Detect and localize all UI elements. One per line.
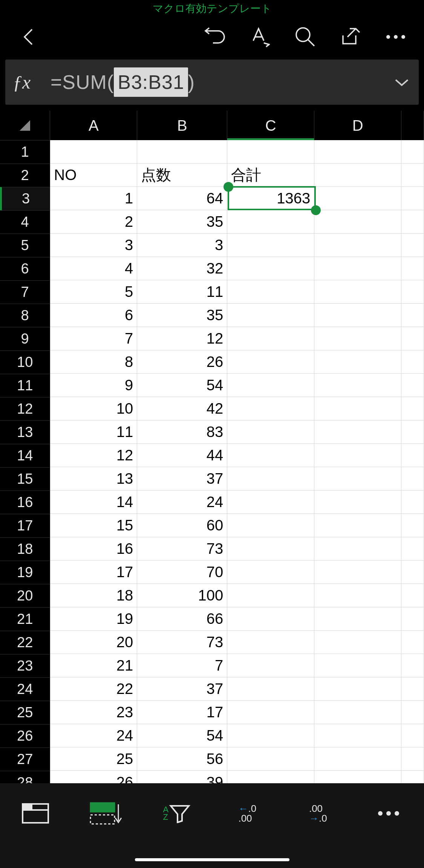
cell-C3[interactable]: 1363 [227,187,314,210]
cell-C7[interactable] [227,280,314,304]
cell-D11[interactable] [314,374,401,397]
column-header-b[interactable]: B [137,111,227,140]
cell-C13[interactable] [227,420,314,444]
cell-C24[interactable] [227,677,314,701]
cell-E12[interactable] [401,397,424,420]
cell-B9[interactable]: 12 [137,327,227,350]
cell-A19[interactable]: 17 [50,561,137,584]
cell-E14[interactable] [401,444,424,467]
cell-D9[interactable] [314,327,401,350]
cell-B20[interactable]: 100 [137,584,227,607]
cell-B18[interactable]: 73 [137,537,227,561]
cell-E27[interactable] [401,747,424,771]
cell-B2[interactable]: 点数 [137,164,227,187]
cell-A11[interactable]: 9 [50,374,137,397]
formula-bar[interactable]: ƒx =SUM( B3:B31 ) [5,60,419,105]
cell-E1[interactable] [401,140,424,164]
cell-C1[interactable] [227,140,314,164]
cell-A13[interactable]: 11 [50,420,137,444]
column-header-d[interactable]: D [314,111,401,140]
cell-D3[interactable] [314,187,401,210]
column-header-e[interactable] [401,111,424,140]
cell-A9[interactable]: 7 [50,327,137,350]
row-header[interactable]: 10 [0,350,50,374]
sort-filter-button[interactable]: AZ [141,795,212,832]
cell-D8[interactable] [314,304,401,327]
row-header[interactable]: 23 [0,654,50,677]
cell-A21[interactable]: 19 [50,607,137,631]
formula-content[interactable]: =SUM( B3:B31 ) [51,67,392,97]
cell-A10[interactable]: 8 [50,350,137,374]
cell-B1[interactable] [137,140,227,164]
row-header[interactable]: 13 [0,420,50,444]
row-header[interactable]: 2 [0,164,50,187]
cell-D19[interactable] [314,561,401,584]
cell-B17[interactable]: 60 [137,514,227,537]
cell-B16[interactable]: 24 [137,491,227,514]
cell-E6[interactable] [401,257,424,280]
row-header[interactable]: 19 [0,561,50,584]
selection-handle-tl[interactable] [223,182,233,192]
cell-E3[interactable] [401,187,424,210]
cell-D5[interactable] [314,234,401,257]
row-header[interactable]: 21 [0,607,50,631]
cell-A23[interactable]: 21 [50,654,137,677]
cell-B27[interactable]: 56 [137,747,227,771]
search-button[interactable] [288,20,322,54]
cell-B5[interactable]: 3 [137,234,227,257]
back-button[interactable] [11,20,45,54]
card-view-button[interactable] [0,795,71,832]
cell-E16[interactable] [401,491,424,514]
cell-E23[interactable] [401,654,424,677]
row-header[interactable]: 27 [0,747,50,771]
cell-E25[interactable] [401,701,424,724]
cell-E8[interactable] [401,304,424,327]
cell-B21[interactable]: 66 [137,607,227,631]
row-header[interactable]: 9 [0,327,50,350]
cell-C16[interactable] [227,491,314,514]
cell-A27[interactable]: 25 [50,747,137,771]
cell-B11[interactable]: 54 [137,374,227,397]
cell-D17[interactable] [314,514,401,537]
row-header[interactable]: 12 [0,397,50,420]
row-header[interactable]: 14 [0,444,50,467]
home-indicator[interactable] [135,858,289,861]
cell-B15[interactable]: 37 [137,467,227,491]
cell-D2[interactable] [314,164,401,187]
cell-E26[interactable] [401,724,424,747]
increase-decimal-button[interactable]: .00 →.0 [283,795,354,832]
cell-E22[interactable] [401,631,424,654]
cell-B4[interactable]: 35 [137,210,227,234]
cell-A15[interactable]: 13 [50,467,137,491]
row-header[interactable]: 22 [0,631,50,654]
row-header[interactable]: 4 [0,210,50,234]
cell-D24[interactable] [314,677,401,701]
cell-A17[interactable]: 15 [50,514,137,537]
cell-C26[interactable] [227,724,314,747]
row-header[interactable]: 24 [0,677,50,701]
row-header[interactable]: 6 [0,257,50,280]
cell-A5[interactable]: 3 [50,234,137,257]
cell-E19[interactable] [401,561,424,584]
cell-D13[interactable] [314,420,401,444]
cell-D20[interactable] [314,584,401,607]
cell-C14[interactable] [227,444,314,467]
row-header[interactable]: 17 [0,514,50,537]
row-header[interactable]: 5 [0,234,50,257]
cell-B22[interactable]: 73 [137,631,227,654]
more-button[interactable] [379,20,413,54]
more-bottom-button[interactable] [354,795,424,832]
cell-D16[interactable] [314,491,401,514]
cell-E18[interactable] [401,537,424,561]
cell-A8[interactable]: 6 [50,304,137,327]
row-header[interactable]: 7 [0,280,50,304]
cell-C22[interactable] [227,631,314,654]
cell-B14[interactable]: 44 [137,444,227,467]
cell-C2[interactable]: 合計 [227,164,314,187]
cell-A3[interactable]: 1 [50,187,137,210]
cell-E10[interactable] [401,350,424,374]
cell-E2[interactable] [401,164,424,187]
cell-B24[interactable]: 37 [137,677,227,701]
expand-formula-button[interactable] [392,73,411,92]
cell-D27[interactable] [314,747,401,771]
